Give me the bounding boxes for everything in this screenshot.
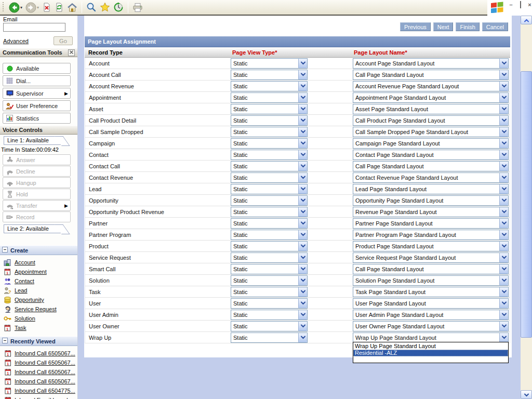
chevron-down-icon[interactable] — [298, 82, 307, 91]
chevron-down-icon[interactable] — [298, 264, 307, 274]
user-preference-button[interactable]: User Preference ▶ — [3, 100, 71, 111]
page-layout-name-dropdown[interactable]: Partner Page Standard Layout — [353, 218, 509, 229]
recent-inbound-call-6505067-link[interactable]: Inbound Call 6505067... — [15, 350, 75, 356]
chevron-down-icon[interactable] — [499, 322, 508, 331]
page-layout-name-dropdown[interactable]: Campaign Page Standard Layout — [353, 138, 509, 149]
chevron-down-icon[interactable] — [499, 253, 508, 262]
recent-inbound-call-6505067-link[interactable]: Inbound Call 6505067... — [15, 360, 75, 366]
cancel-button[interactable]: Cancel — [482, 22, 508, 31]
page-view-type-dropdown[interactable]: Static — [231, 81, 308, 91]
page-layout-name-dropdown[interactable]: Wrap Up Page Standard Layout — [353, 332, 509, 343]
page-view-type-dropdown[interactable]: Static — [231, 218, 308, 229]
chevron-down-icon[interactable] — [499, 333, 508, 342]
chevron-down-icon[interactable] — [298, 184, 307, 194]
chevron-down-icon[interactable] — [298, 310, 307, 320]
chevron-down-icon[interactable] — [298, 104, 307, 114]
recent-inbound-call-6504775-link[interactable]: Inbound Call 6504775... — [15, 388, 75, 394]
chevron-down-icon[interactable] — [298, 59, 307, 68]
line1-tab[interactable]: Line 1: Available — [4, 136, 61, 145]
search-button[interactable] — [85, 1, 98, 14]
chevron-down-icon[interactable] — [298, 162, 307, 171]
chevron-down-icon[interactable] — [298, 253, 307, 262]
page-layout-name-dropdown[interactable]: Contact Page Standard Layout — [353, 150, 509, 160]
page-view-type-dropdown[interactable]: Static — [231, 58, 308, 69]
collapse-icon[interactable] — [2, 338, 8, 344]
chevron-down-icon[interactable] — [298, 150, 307, 159]
dropdown-option-selected[interactable]: Residential -ALZ — [353, 350, 508, 356]
chevron-down-icon[interactable] — [298, 127, 307, 137]
dropdown-caret-icon[interactable]: ▾ — [20, 5, 22, 10]
chevron-down-icon[interactable] — [499, 93, 508, 102]
page-layout-name-dropdown[interactable]: User Page Standard Layout — [353, 298, 509, 309]
advanced-link[interactable]: Advanced — [3, 38, 29, 44]
page-view-type-dropdown[interactable]: Static — [231, 184, 308, 194]
available-button[interactable]: Available ▶ — [3, 63, 71, 74]
collapse-icon[interactable] — [2, 247, 8, 254]
create-service-request-link[interactable]: Service Request — [15, 306, 57, 312]
page-view-type-dropdown[interactable]: Static — [231, 298, 308, 309]
page-layout-name-dropdown[interactable]: User Owner Page Standard Layout — [353, 321, 509, 331]
page-layout-name-dropdown[interactable]: Account Page Standard Layout — [353, 58, 509, 69]
previous-button[interactable]: Previous — [400, 22, 431, 31]
chevron-down-icon[interactable] — [298, 219, 307, 228]
chevron-down-icon[interactable] — [298, 139, 307, 148]
scroll-up-button[interactable] — [521, 16, 532, 24]
recent-inbound-call-6505067-link[interactable]: Inbound Call 6505067... — [15, 378, 75, 384]
create-contact-link[interactable]: Contact — [15, 278, 34, 284]
supervisor-button[interactable]: Supervisor ▶ — [3, 88, 71, 99]
create-opportunity-link[interactable]: Opportunity — [15, 297, 44, 303]
create-solution-link[interactable]: Solution — [15, 315, 35, 322]
recent-inbound-call-6505067-link[interactable]: Inbound Call 6505067... — [15, 369, 75, 375]
page-layout-name-dropdown[interactable]: Appointment Page Standard Layout — [353, 92, 509, 103]
page-layout-name-dropdown[interactable]: Revenue Page Standard Layout — [353, 207, 509, 217]
page-layout-name-dropdown[interactable]: Call Page Standard Layout — [353, 70, 509, 80]
recent-inbound-email-kavoda-link[interactable]: Inbound Email kavoda — [15, 397, 71, 399]
page-layout-name-dropdown[interactable]: Call Page Standard Layout — [353, 264, 509, 274]
chevron-down-icon[interactable] — [499, 276, 508, 285]
page-layout-name-dropdown[interactable]: Account Revenue Page Standard Layout — [353, 81, 509, 91]
page-view-type-dropdown[interactable]: Static — [231, 92, 308, 103]
chevron-down-icon[interactable] — [499, 104, 508, 114]
close-panel-button[interactable] — [68, 49, 75, 56]
email-field[interactable] — [3, 23, 65, 32]
chevron-down-icon[interactable] — [298, 230, 307, 240]
create-task-link[interactable]: Task — [15, 325, 26, 331]
dropdown-caret-icon[interactable]: ▾ — [37, 5, 39, 10]
stop-button[interactable] — [41, 1, 53, 14]
page-layout-name-dropdown[interactable]: Contact Revenue Page Standard Layout — [353, 172, 509, 183]
page-view-type-dropdown[interactable]: Static — [231, 207, 308, 217]
page-layout-name-dropdown[interactable]: Solution Page Standard Layout — [353, 275, 509, 286]
page-layout-name-dropdown[interactable]: Service Request Page Standard Layout — [353, 252, 509, 263]
create-appointment-link[interactable]: Appointment — [15, 269, 47, 275]
chevron-down-icon[interactable] — [499, 139, 508, 148]
chevron-down-icon[interactable] — [499, 162, 508, 171]
page-layout-name-dropdown[interactable]: Call Page Standard Layout — [353, 161, 509, 171]
scroll-down-button[interactable] — [521, 390, 532, 399]
restore-button[interactable] — [520, 1, 521, 8]
page-view-type-dropdown[interactable]: Static — [231, 321, 308, 331]
chevron-down-icon[interactable] — [298, 322, 307, 331]
chevron-down-icon[interactable] — [298, 173, 307, 182]
next-button[interactable]: Next — [433, 22, 454, 31]
chevron-down-icon[interactable] — [298, 276, 307, 285]
favorites-button[interactable] — [98, 1, 112, 14]
page-view-type-dropdown[interactable]: Static — [231, 70, 308, 80]
page-view-type-dropdown[interactable]: Static — [231, 332, 308, 343]
page-view-type-dropdown[interactable]: Static — [231, 127, 308, 137]
page-layout-name-dropdown[interactable]: Product Page Standard Layout — [353, 241, 509, 251]
chevron-down-icon[interactable] — [499, 59, 508, 68]
chevron-down-icon[interactable] — [499, 173, 508, 182]
page-view-type-dropdown[interactable]: Static — [231, 138, 308, 149]
create-account-link[interactable]: Account — [15, 259, 35, 265]
chevron-down-icon[interactable] — [499, 219, 508, 228]
dropdown-option[interactable]: Wrap Up Page Standard Layout — [353, 343, 508, 350]
page-view-type-dropdown[interactable]: Static — [231, 264, 308, 274]
chevron-down-icon[interactable] — [298, 333, 307, 342]
page-layout-name-dropdown[interactable]: Asset Page Standard Layout — [353, 104, 509, 114]
chevron-down-icon[interactable] — [499, 196, 508, 205]
finish-button[interactable]: Finish — [456, 22, 479, 31]
dial-button[interactable]: Dial... ▶ — [3, 75, 71, 86]
page-view-type-dropdown[interactable]: Static — [231, 195, 308, 206]
create-header[interactable]: Create — [0, 245, 77, 255]
print-button[interactable] — [131, 1, 144, 14]
